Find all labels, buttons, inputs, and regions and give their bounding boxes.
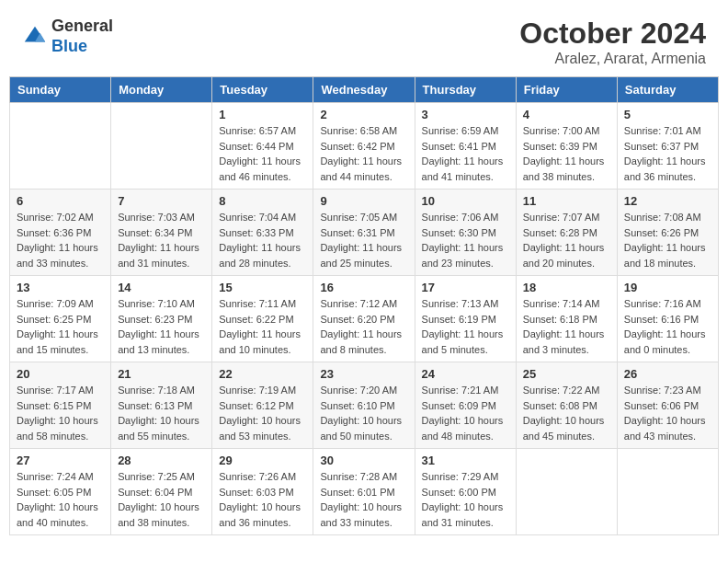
calendar-cell: 10Sunrise: 7:06 AM Sunset: 6:30 PM Dayli… [415,190,516,276]
calendar-table: SundayMondayTuesdayWednesdayThursdayFrid… [9,76,719,535]
day-number: 15 [219,281,306,294]
calendar-cell: 31Sunrise: 7:29 AM Sunset: 6:00 PM Dayli… [415,449,516,535]
calendar-cell: 12Sunrise: 7:08 AM Sunset: 6:26 PM Dayli… [617,190,718,276]
day-info: Sunrise: 7:28 AM Sunset: 6:01 PM Dayligh… [320,469,407,530]
day-number: 22 [219,367,306,381]
calendar-week-row: 1Sunrise: 6:57 AM Sunset: 6:44 PM Daylig… [10,103,719,190]
day-number: 29 [219,454,306,467]
day-info: Sunrise: 7:25 AM Sunset: 6:04 PM Dayligh… [118,469,205,530]
day-info: Sunrise: 7:12 AM Sunset: 6:20 PM Dayligh… [320,296,407,357]
day-info: Sunrise: 7:05 AM Sunset: 6:31 PM Dayligh… [320,210,407,270]
calendar-day-header: Wednesday [313,77,415,103]
day-number: 24 [422,367,509,381]
day-number: 3 [422,108,509,121]
day-info: Sunrise: 7:19 AM Sunset: 6:12 PM Dayligh… [219,383,306,443]
day-info: Sunrise: 6:59 AM Sunset: 6:41 PM Dayligh… [422,123,509,184]
day-info: Sunrise: 7:09 AM Sunset: 6:25 PM Dayligh… [17,296,104,357]
calendar-day-header: Monday [111,77,212,103]
day-number: 9 [320,194,407,208]
logo-blue: Blue [51,37,87,55]
day-info: Sunrise: 7:01 AM Sunset: 6:37 PM Dayligh… [624,123,711,184]
day-info: Sunrise: 7:02 AM Sunset: 6:36 PM Dayligh… [17,210,104,270]
page-subtitle: Aralez, Ararat, Armenia [519,51,706,67]
calendar-cell: 17Sunrise: 7:13 AM Sunset: 6:19 PM Dayli… [415,276,516,362]
day-number: 31 [422,454,509,467]
day-info: Sunrise: 7:06 AM Sunset: 6:30 PM Dayligh… [422,210,509,270]
title-section: October 2024 Aralez, Ararat, Armenia [519,17,706,67]
day-info: Sunrise: 7:14 AM Sunset: 6:18 PM Dayligh… [523,296,610,357]
calendar-cell: 7Sunrise: 7:03 AM Sunset: 6:34 PM Daylig… [111,190,212,276]
day-info: Sunrise: 7:29 AM Sunset: 6:00 PM Dayligh… [422,469,509,530]
calendar-cell: 27Sunrise: 7:24 AM Sunset: 6:05 PM Dayli… [10,449,111,535]
day-info: Sunrise: 7:11 AM Sunset: 6:22 PM Dayligh… [219,296,306,357]
day-number: 20 [17,367,104,381]
day-number: 1 [219,108,306,121]
day-info: Sunrise: 7:00 AM Sunset: 6:39 PM Dayligh… [523,123,610,184]
day-number: 26 [624,367,711,381]
day-number: 30 [320,454,407,467]
day-number: 18 [523,281,610,294]
day-info: Sunrise: 7:22 AM Sunset: 6:08 PM Dayligh… [523,383,610,443]
calendar-cell: 13Sunrise: 7:09 AM Sunset: 6:25 PM Dayli… [10,276,111,362]
calendar-cell: 8Sunrise: 7:04 AM Sunset: 6:33 PM Daylig… [212,190,313,276]
day-info: Sunrise: 7:18 AM Sunset: 6:13 PM Dayligh… [118,383,205,443]
logo-text: General Blue [51,17,113,56]
calendar-cell: 3Sunrise: 6:59 AM Sunset: 6:41 PM Daylig… [415,103,516,190]
day-number: 11 [523,194,610,208]
calendar-cell: 18Sunrise: 7:14 AM Sunset: 6:18 PM Dayli… [516,276,617,362]
calendar-cell: 9Sunrise: 7:05 AM Sunset: 6:31 PM Daylig… [313,190,415,276]
day-number: 14 [118,281,205,294]
calendar-cell: 5Sunrise: 7:01 AM Sunset: 6:37 PM Daylig… [617,103,718,190]
day-info: Sunrise: 6:57 AM Sunset: 6:44 PM Dayligh… [219,123,306,184]
day-info: Sunrise: 7:17 AM Sunset: 6:15 PM Dayligh… [17,383,104,443]
calendar-header-row: SundayMondayTuesdayWednesdayThursdayFrid… [10,77,719,103]
day-info: Sunrise: 6:58 AM Sunset: 6:42 PM Dayligh… [320,123,407,184]
logo-icon [22,24,48,50]
day-number: 8 [219,194,306,208]
calendar-cell [10,103,111,190]
calendar-cell: 14Sunrise: 7:10 AM Sunset: 6:23 PM Dayli… [111,276,212,362]
calendar-day-header: Saturday [617,77,718,103]
calendar-week-row: 13Sunrise: 7:09 AM Sunset: 6:25 PM Dayli… [10,276,719,362]
calendar-day-header: Thursday [415,77,516,103]
calendar-cell: 19Sunrise: 7:16 AM Sunset: 6:16 PM Dayli… [617,276,718,362]
day-number: 10 [422,194,509,208]
calendar-day-header: Sunday [10,77,111,103]
calendar-cell: 1Sunrise: 6:57 AM Sunset: 6:44 PM Daylig… [212,103,313,190]
day-number: 12 [624,194,711,208]
calendar-day-header: Tuesday [212,77,313,103]
calendar-cell: 20Sunrise: 7:17 AM Sunset: 6:15 PM Dayli… [10,362,111,449]
calendar-week-row: 27Sunrise: 7:24 AM Sunset: 6:05 PM Dayli… [10,449,719,535]
calendar-cell: 25Sunrise: 7:22 AM Sunset: 6:08 PM Dayli… [516,362,617,449]
day-info: Sunrise: 7:13 AM Sunset: 6:19 PM Dayligh… [422,296,509,357]
day-number: 4 [523,108,610,121]
day-number: 5 [624,108,711,121]
calendar-cell: 23Sunrise: 7:20 AM Sunset: 6:10 PM Dayli… [313,362,415,449]
day-info: Sunrise: 7:10 AM Sunset: 6:23 PM Dayligh… [118,296,205,357]
day-number: 2 [320,108,407,121]
logo: General Blue [22,17,113,56]
calendar-cell: 2Sunrise: 6:58 AM Sunset: 6:42 PM Daylig… [313,103,415,190]
day-number: 13 [17,281,104,294]
calendar-cell [617,449,718,535]
day-info: Sunrise: 7:04 AM Sunset: 6:33 PM Dayligh… [219,210,306,270]
calendar-cell: 16Sunrise: 7:12 AM Sunset: 6:20 PM Dayli… [313,276,415,362]
logo-general: General [51,17,113,35]
calendar-cell: 24Sunrise: 7:21 AM Sunset: 6:09 PM Dayli… [415,362,516,449]
calendar-cell [516,449,617,535]
day-number: 21 [118,367,205,381]
day-number: 25 [523,367,610,381]
day-number: 16 [320,281,407,294]
day-number: 6 [17,194,104,208]
day-info: Sunrise: 7:08 AM Sunset: 6:26 PM Dayligh… [624,210,711,270]
day-info: Sunrise: 7:20 AM Sunset: 6:10 PM Dayligh… [320,383,407,443]
day-info: Sunrise: 7:23 AM Sunset: 6:06 PM Dayligh… [624,383,711,443]
calendar-cell: 6Sunrise: 7:02 AM Sunset: 6:36 PM Daylig… [10,190,111,276]
day-number: 17 [422,281,509,294]
day-number: 19 [624,281,711,294]
calendar-cell: 11Sunrise: 7:07 AM Sunset: 6:28 PM Dayli… [516,190,617,276]
day-number: 7 [118,194,205,208]
day-number: 23 [320,367,407,381]
calendar-cell: 21Sunrise: 7:18 AM Sunset: 6:13 PM Dayli… [111,362,212,449]
calendar-cell: 30Sunrise: 7:28 AM Sunset: 6:01 PM Dayli… [313,449,415,535]
